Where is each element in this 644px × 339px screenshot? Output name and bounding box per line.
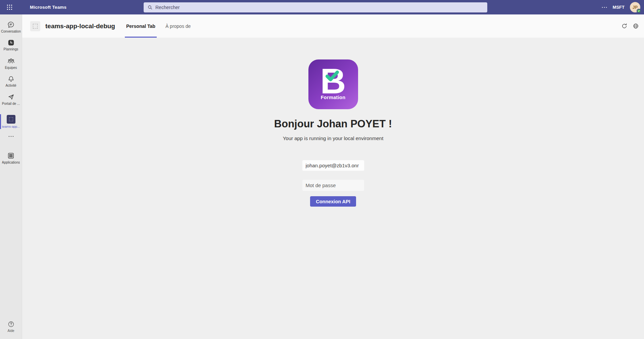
environment-subtitle: Your app is running in your local enviro… bbox=[22, 135, 644, 141]
bell-icon bbox=[7, 75, 15, 83]
sidebar-item-label: Plannings bbox=[4, 47, 18, 51]
sidebar-item-label: Activité bbox=[5, 84, 16, 87]
topbar-right-cluster: MSFT JP bbox=[601, 0, 640, 14]
sidebar-item-label: Applications bbox=[2, 161, 20, 164]
sidebar-item-label: Conversation bbox=[1, 30, 21, 33]
sidebar-item-activite[interactable]: Activité bbox=[0, 73, 22, 90]
app-placeholder-icon bbox=[30, 21, 40, 31]
avatar-initials: JP bbox=[633, 5, 638, 10]
sidebar-item-conversation[interactable]: Conversation bbox=[0, 18, 22, 35]
app-grid-icon bbox=[7, 152, 15, 160]
app-launcher-button[interactable] bbox=[0, 4, 13, 11]
sidebar-item-label: Équipes bbox=[5, 66, 17, 70]
more-options-icon[interactable] bbox=[601, 4, 607, 10]
logo-caption: Formation bbox=[308, 95, 358, 100]
globe-icon[interactable] bbox=[633, 23, 639, 29]
refresh-icon[interactable] bbox=[621, 23, 628, 29]
search-icon bbox=[147, 5, 153, 10]
tab-content: B Formation Bonjour Johan POYET ! Your a… bbox=[22, 38, 644, 339]
product-title: Microsoft Teams bbox=[30, 5, 66, 10]
app-header-actions bbox=[621, 23, 644, 29]
password-field[interactable] bbox=[302, 179, 364, 191]
app-header: teams-app-local-debug Personal Tab À pro… bbox=[22, 14, 644, 38]
app-title: teams-app-local-debug bbox=[45, 23, 115, 30]
sidebar-item-aide[interactable]: Aide bbox=[0, 318, 22, 335]
sidebar-item-equipes[interactable]: Équipes bbox=[0, 55, 22, 72]
tenant-label: MSFT bbox=[613, 5, 625, 10]
sidebar-item-label: teams-app... bbox=[2, 125, 20, 128]
presence-available-icon bbox=[637, 9, 641, 13]
app-shell: Conversation Plannings bbox=[0, 14, 644, 339]
main-panel: teams-app-local-debug Personal Tab À pro… bbox=[22, 14, 644, 339]
top-bar: Microsoft Teams MSFT JP bbox=[0, 0, 644, 14]
app-logo: B Formation bbox=[308, 59, 358, 109]
logo-checkmark-icon bbox=[325, 70, 339, 82]
more-horizontal-icon bbox=[8, 133, 14, 139]
sidebar-item-plannings[interactable]: Plannings bbox=[0, 37, 22, 53]
sidebar-item-teams-app[interactable]: teams-app... bbox=[0, 113, 22, 130]
api-login-button[interactable]: Connexion API bbox=[310, 196, 356, 207]
greeting-heading: Bonjour Johan POYET ! bbox=[22, 118, 644, 130]
sidebar-item-applications[interactable]: Applications bbox=[0, 150, 22, 166]
chat-icon bbox=[7, 21, 15, 29]
tab-personal-tab[interactable]: Personal Tab bbox=[125, 14, 157, 38]
people-icon bbox=[7, 57, 15, 65]
tab-a-propos-de[interactable]: À propos de bbox=[164, 14, 192, 38]
tab-bar: Personal Tab À propos de bbox=[121, 14, 196, 38]
avatar[interactable]: JP bbox=[630, 2, 640, 12]
sidebar-item-label: Aide bbox=[7, 329, 14, 333]
waffle-icon bbox=[6, 4, 13, 11]
search-input[interactable] bbox=[155, 5, 487, 10]
left-rail: Conversation Plannings bbox=[0, 14, 22, 339]
custom-app-tile-icon bbox=[7, 115, 15, 124]
shifts-icon bbox=[7, 39, 15, 46]
paper-plane-icon bbox=[7, 93, 15, 101]
sidebar-more-apps[interactable] bbox=[0, 131, 22, 141]
sidebar-item-label: Portail de ... bbox=[2, 102, 20, 105]
search-box[interactable] bbox=[144, 2, 487, 12]
help-icon bbox=[7, 321, 15, 328]
sidebar-item-portail[interactable]: Portail de ... bbox=[0, 91, 22, 108]
email-field[interactable] bbox=[302, 160, 364, 171]
